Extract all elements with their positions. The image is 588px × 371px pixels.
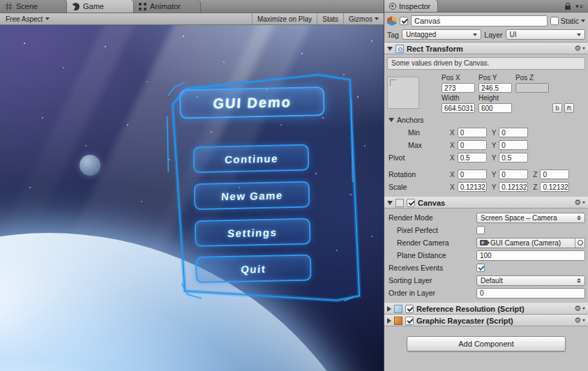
maximize-on-play-button[interactable]: Maximize on Play [252,13,317,24]
menu-title-label: GUI Demo [212,94,292,112]
tag-dropdown[interactable]: Untagged [402,29,481,40]
menu-button-new-game[interactable]: New Game [194,181,310,210]
gear-icon[interactable]: ⚙ [574,199,581,206]
tab-scene[interactable]: Scene [0,0,67,13]
component-menu[interactable]: ⚙ [574,317,585,324]
graphic-raycaster-enabled-checkbox[interactable] [405,317,414,325]
name-field[interactable]: Canvas [411,15,548,26]
render-mode-dropdown[interactable]: Screen Space – Camera [476,213,585,223]
order-in-layer-field[interactable]: 0 [476,288,585,298]
static-label: Static [561,17,579,25]
gear-icon[interactable]: ⚙ [574,305,581,312]
anchors-foldout-row[interactable]: Anchors [387,114,585,126]
canvas-enabled-checkbox[interactable] [407,199,415,207]
scale-x-field[interactable]: 0.12132 [458,182,487,192]
component-menu[interactable]: ⚙ [574,305,585,312]
rotation-x-field[interactable]: 0 [458,169,487,179]
tab-animator[interactable]: Animator [134,0,201,13]
tab-game-label: Game [83,2,104,10]
camera-icon [480,240,488,245]
static-dropdown-arrow-icon[interactable] [581,20,585,22]
gizmos-button[interactable]: Gizmos [343,13,384,24]
active-checkbox[interactable] [400,17,408,25]
foldout-arrow-icon[interactable] [387,306,391,312]
menu-button-continue-label: Continue [224,152,278,165]
driven-values-text: Some values driven by Canvas. [391,59,490,67]
pos-x-value: 273 [444,84,456,92]
aspect-dropdown[interactable]: Free Aspect [0,13,55,24]
stats-button[interactable]: Stats [317,13,343,24]
component-menu[interactable]: ⚙ [574,199,585,206]
pos-x-field[interactable]: 273 [442,83,475,93]
graphic-raycaster-header[interactable]: Graphic Raycaster (Script) ⚙ [384,315,588,326]
object-picker-icon[interactable] [575,238,585,248]
static-checkbox[interactable] [550,17,559,25]
order-in-layer-row: Order in Layer 0 [387,287,585,298]
receives-events-checkbox[interactable] [476,264,485,272]
render-mode-row: Render Mode Screen Space – Camera [387,212,585,223]
rotation-y-field[interactable]: 0 [499,169,528,179]
reference-resolution-enabled-checkbox[interactable] [405,305,414,313]
reference-resolution-header[interactable]: Reference Resolution (Script) ⚙ [384,303,588,315]
tab-game[interactable]: Game [67,0,134,13]
menu-button-continue[interactable]: Continue [193,144,310,173]
animator-icon [139,3,146,10]
static-toggle[interactable]: Static [550,17,585,25]
width-field[interactable]: 664.5031 [442,103,475,113]
pivot-y-field[interactable]: 0.5 [499,153,528,162]
canvas-component-header[interactable]: Canvas ⚙ [384,197,588,209]
anchors-min-x-field[interactable]: 0 [458,128,487,137]
layer-label: Layer [484,31,502,39]
anchors-min-y-field[interactable]: 0 [499,128,528,137]
y-axis-label: Y [492,129,497,137]
scale-y-field[interactable]: 0.12132 [499,182,528,192]
x-axis-label: X [450,183,455,191]
sorting-layer-dropdown[interactable]: Default [476,275,585,286]
gear-icon[interactable]: ⚙ [574,45,581,52]
pane-menu-icon[interactable]: ▾≡ [575,3,584,10]
menu-button-quit[interactable]: Quit [195,255,312,283]
max-x-value: 0 [460,142,465,149]
x-axis-label: X [450,154,455,162]
raw-edit-mode-button[interactable]: R [564,103,574,113]
unity-editor: Scene Game Animator Free Aspect Maximize… [0,0,588,371]
rotation-z-field[interactable]: 0 [540,169,569,179]
menu-button-new-game-label: New Game [220,189,283,202]
gear-icon[interactable]: ⚙ [574,317,581,324]
pos-y-field[interactable]: 246.5 [478,83,512,93]
scene-icon [5,3,13,10]
foldout-arrow-icon[interactable] [387,47,393,51]
anchor-preset-button[interactable] [387,77,419,109]
blueprint-mode-button[interactable]: b [552,103,562,113]
canvas-component-icon [395,199,404,207]
pixel-perfect-checkbox[interactable] [476,226,485,234]
chevron-down-icon [45,17,50,20]
anchors-max-x-field[interactable]: 0 [458,140,487,150]
lock-icon[interactable] [565,6,571,10]
popup-arrows-icon [577,215,581,220]
anchors-max-y-field[interactable]: 0 [499,140,528,150]
plane-distance-value: 100 [480,252,492,259]
pivot-x-field[interactable]: 0.5 [458,153,487,162]
foldout-arrow-icon[interactable] [387,318,391,324]
tag-label: Tag [387,31,399,39]
anchors-min-row: Min X 0 Y 0 [387,127,585,138]
height-field[interactable]: 600 [478,103,512,113]
menu-button-settings[interactable]: Settings [195,218,311,247]
component-menu[interactable]: ⚙ [574,45,585,52]
tab-inspector[interactable]: Inspector [384,0,438,12]
rect-transform-title: Rect Transform [407,45,463,53]
graphic-raycaster-icon [394,317,402,325]
rect-transform-header[interactable]: Rect Transform ⚙ [384,43,588,54]
foldout-arrow-icon[interactable] [387,201,393,205]
add-component-button[interactable]: Add Component [407,336,566,351]
scale-z-field[interactable]: 0.12132 [540,182,569,192]
foldout-arrow-icon[interactable] [389,118,394,122]
game-view: GUI Demo Continue New Game Settings Quit [0,25,384,371]
pos-y-label: Pos Y [478,74,512,82]
plane-distance-field[interactable]: 100 [476,250,585,261]
render-camera-object-field[interactable]: GUI Camera (Camera) [476,238,585,248]
pivot-x-value: 0.5 [460,154,470,162]
gameobject-header: Canvas Static Tag Untagged Layer [384,13,588,43]
layer-dropdown[interactable]: UI [506,29,585,40]
